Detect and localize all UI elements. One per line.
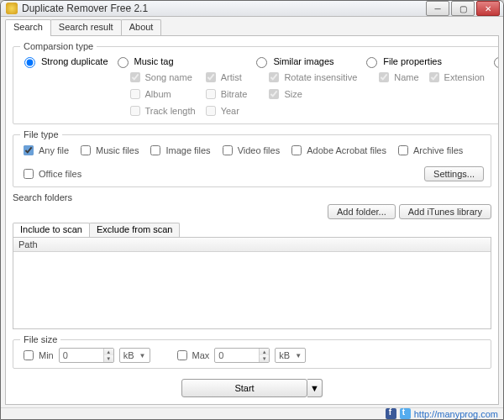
chk-extension[interactable]: Extension [426,70,485,85]
facebook-icon[interactable] [386,408,396,419]
settings-button[interactable]: Settings... [424,166,484,181]
app-window: Duplicate Remover Free 2.1 ─ ▢ ✕ Search … [0,0,504,420]
max-spinner[interactable]: ▲▼ [259,349,269,362]
chk-office-files[interactable]: Office files [20,166,81,181]
add-itunes-button[interactable]: Add iTunes library [399,204,491,219]
radio-file-properties[interactable]: File properties [362,55,485,68]
start-dropdown-button[interactable]: ▼ [307,379,323,397]
tab-search-result[interactable]: Search result [50,19,122,36]
chk-image-files[interactable]: Image files [147,143,210,158]
chk-bitrate[interactable]: Bitrate [202,87,248,102]
twitter-icon[interactable] [400,408,411,419]
radio-strong-duplicate-input[interactable] [24,57,35,68]
chk-any-file[interactable]: Any file [20,143,69,158]
path-column-header[interactable]: Path [13,238,491,252]
chk-archive-files[interactable]: Archive files [395,143,463,158]
max-value-field[interactable] [215,349,259,362]
file-size-group: File size Min ▲▼ kB▼ Max ▲▼ kB▼ [13,334,491,369]
radio-similar-images[interactable]: Similar images [252,55,357,68]
search-folders-area: Search folders Add folder... Add iTunes … [13,192,491,329]
search-folders-label: Search folders [13,192,491,202]
chk-music-files[interactable]: Music files [77,143,139,158]
chk-artist[interactable]: Artist [202,70,248,85]
main-tabs: Search Search result About [5,19,499,36]
tab-body-search: Comparsion type Strong duplicate Music t… [5,35,499,405]
chevron-down-icon: ▼ [310,383,319,393]
up-arrow-icon[interactable]: ▲ [260,349,269,355]
status-bar: http://manyprog.com [1,407,503,419]
max-unit-select[interactable]: kB▼ [275,348,306,363]
chevron-down-icon: ▼ [139,352,146,360]
tab-search[interactable]: Search [5,19,51,36]
chk-year[interactable]: Year [202,103,248,118]
min-value-input[interactable]: ▲▼ [59,348,114,363]
radio-similar-images-input[interactable] [256,57,267,68]
add-folder-button[interactable]: Add folder... [328,204,396,219]
subtab-exclude[interactable]: Exclude from scan [89,223,180,238]
chk-max[interactable]: Max [174,348,210,363]
title-bar[interactable]: Duplicate Remover Free 2.1 ─ ▢ ✕ [1,1,503,17]
file-type-legend: File type [20,129,62,139]
chk-pdf-files[interactable]: Adobe Acrobat files [288,143,386,158]
chk-album[interactable]: Album [127,87,196,102]
app-icon [6,3,18,14]
up-arrow-icon[interactable]: ▲ [104,349,113,355]
radio-outlook-emails[interactable]: Outlook emails [490,55,499,68]
minimize-button[interactable]: ─ [426,1,449,16]
close-button[interactable]: ✕ [476,1,500,16]
start-button[interactable]: Start [181,379,307,397]
radio-music-tag[interactable]: Music tag [113,55,248,68]
path-rows[interactable] [13,252,491,328]
down-arrow-icon[interactable]: ▼ [260,355,269,362]
comparison-type-group: Comparsion type Strong duplicate Music t… [13,41,499,124]
client-area: Search Search result About Comparsion ty… [1,17,503,407]
subtab-include[interactable]: Include to scan [13,223,90,238]
chevron-down-icon: ▼ [295,352,302,360]
min-value-field[interactable] [60,349,103,362]
file-type-group: File type Any file Music files Image fil… [13,129,491,187]
tab-about[interactable]: About [121,19,162,36]
radio-music-tag-input[interactable] [118,57,129,68]
window-title: Duplicate Remover Free 2.1 [22,3,424,14]
chk-rotate-insensitive[interactable]: Rotate insensitive [265,70,357,85]
chk-video-files[interactable]: Video files [219,143,281,158]
max-value-input[interactable]: ▲▼ [214,348,270,363]
radio-file-properties-input[interactable] [366,57,377,68]
chk-track-length[interactable]: Track length [127,103,196,118]
min-unit-select[interactable]: kB▼ [119,348,150,363]
radio-outlook-emails-input[interactable] [494,57,499,68]
file-size-legend: File size [20,334,60,344]
chk-name[interactable]: Name [375,70,418,85]
down-arrow-icon[interactable]: ▼ [104,355,113,362]
path-grid[interactable]: Path [13,237,491,329]
comparison-legend: Comparsion type [20,41,97,51]
chk-song-name[interactable]: Song name [127,70,196,85]
radio-strong-duplicate[interactable]: Strong duplicate [20,55,108,68]
maximize-button[interactable]: ▢ [451,1,475,16]
min-spinner[interactable]: ▲▼ [103,349,113,362]
chk-image-size[interactable]: Size [265,87,357,102]
homepage-link[interactable]: http://manyprog.com [414,409,498,419]
chk-min[interactable]: Min [20,348,54,363]
